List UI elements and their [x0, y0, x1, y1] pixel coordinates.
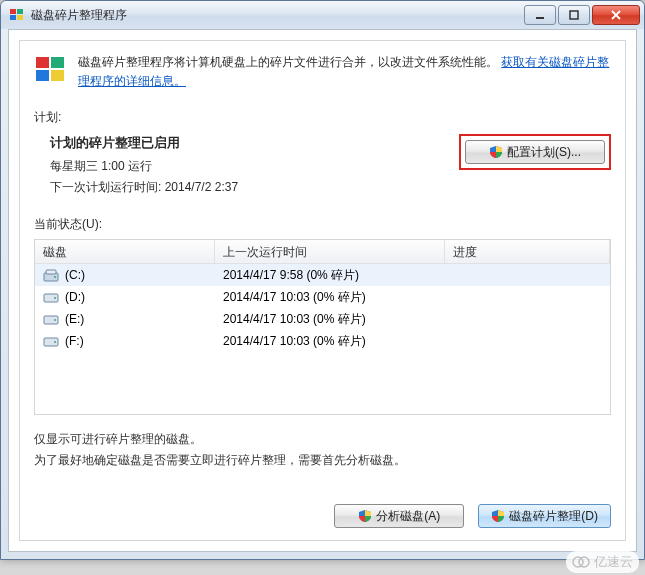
- config-highlight-box: 配置计划(S)...: [459, 134, 611, 170]
- defrag-icon: [34, 53, 68, 87]
- notes-section: 仅显示可进行碎片整理的磁盘。 为了最好地确定磁盘是否需要立即进行碎片整理，需要首…: [34, 429, 611, 470]
- window-controls: [522, 5, 640, 25]
- svg-point-18: [54, 341, 56, 343]
- schedule-status-title: 计划的碎片整理已启用: [50, 134, 459, 152]
- svg-rect-1: [17, 9, 23, 14]
- table-row[interactable]: (E:)2014/4/17 10:03 (0% 碎片): [35, 308, 610, 330]
- svg-rect-4: [536, 17, 544, 19]
- progress-cell: [445, 293, 610, 301]
- schedule-block: 计划的碎片整理已启用 每星期三 1:00 运行 下一次计划运行时间: 2014/…: [34, 134, 611, 200]
- table-body: (C:)2014/4/17 9:58 (0% 碎片)(D:)2014/4/17 …: [35, 264, 610, 352]
- col-header-disk[interactable]: 磁盘: [35, 240, 215, 263]
- analyze-disk-button[interactable]: 分析磁盘(A): [334, 504, 464, 528]
- client-area: 磁盘碎片整理程序将计算机硬盘上的碎片文件进行合并，以改进文件系统性能。 获取有关…: [8, 29, 637, 552]
- intro-section: 磁盘碎片整理程序将计算机硬盘上的碎片文件进行合并，以改进文件系统性能。 获取有关…: [34, 53, 611, 91]
- defragment-disk-button[interactable]: 磁盘碎片整理(D): [478, 504, 611, 528]
- footer-buttons: 分析磁盘(A) 磁盘碎片整理(D): [334, 504, 611, 528]
- svg-rect-2: [10, 15, 16, 20]
- shield-icon: [358, 509, 372, 523]
- schedule-next-run: 下一次计划运行时间: 2014/7/2 2:37: [50, 179, 459, 196]
- svg-rect-0: [10, 9, 16, 14]
- schedule-label: 计划:: [34, 109, 611, 126]
- drive-name: (C:): [65, 268, 85, 282]
- current-status-label: 当前状态(U):: [34, 216, 611, 233]
- schedule-frequency: 每星期三 1:00 运行: [50, 158, 459, 175]
- defragment-disk-label: 磁盘碎片整理(D): [509, 508, 598, 525]
- shield-icon: [491, 509, 505, 523]
- maximize-button[interactable]: [558, 5, 590, 25]
- table-row[interactable]: (D:)2014/4/17 10:03 (0% 碎片): [35, 286, 610, 308]
- svg-rect-3: [17, 15, 23, 20]
- watermark-text: 亿速云: [594, 553, 633, 571]
- drive-icon: [43, 292, 59, 304]
- drive-icon: [43, 314, 59, 326]
- window-frame: 磁盘碎片整理程序 磁盘碎片整理程序将计算机硬盘上的碎片文件进行合并，以改进文件系…: [0, 0, 645, 560]
- drive-name: (E:): [65, 312, 84, 326]
- drive-name: (F:): [65, 334, 84, 348]
- window-title: 磁盘碎片整理程序: [31, 7, 522, 24]
- svg-point-16: [54, 319, 56, 321]
- svg-rect-6: [36, 57, 49, 68]
- table-header-row: 磁盘 上一次运行时间 进度: [35, 240, 610, 264]
- svg-point-20: [579, 557, 589, 567]
- titlebar[interactable]: 磁盘碎片整理程序: [1, 1, 644, 29]
- progress-cell: [445, 337, 610, 345]
- svg-rect-11: [46, 270, 56, 274]
- shield-icon: [489, 145, 503, 159]
- configure-schedule-button[interactable]: 配置计划(S)...: [465, 140, 605, 164]
- svg-rect-8: [36, 70, 49, 81]
- close-button[interactable]: [592, 5, 640, 25]
- intro-description: 磁盘碎片整理程序将计算机硬盘上的碎片文件进行合并，以改进文件系统性能。: [78, 55, 498, 69]
- app-icon: [9, 7, 25, 23]
- col-header-last-run[interactable]: 上一次运行时间: [215, 240, 445, 263]
- drive-icon: [43, 269, 59, 283]
- table-row[interactable]: (C:)2014/4/17 9:58 (0% 碎片): [35, 264, 610, 286]
- last-run-cell: 2014/4/17 10:03 (0% 碎片): [215, 329, 445, 354]
- svg-rect-7: [51, 57, 64, 68]
- inner-panel: 磁盘碎片整理程序将计算机硬盘上的碎片文件进行合并，以改进文件系统性能。 获取有关…: [19, 40, 626, 541]
- note-line-1: 仅显示可进行碎片整理的磁盘。: [34, 429, 611, 449]
- svg-point-14: [54, 297, 56, 299]
- watermark: 亿速云: [566, 551, 639, 573]
- table-row[interactable]: (F:)2014/4/17 10:03 (0% 碎片): [35, 330, 610, 352]
- configure-schedule-label: 配置计划(S)...: [507, 144, 581, 161]
- progress-cell: [445, 315, 610, 323]
- svg-point-12: [54, 276, 56, 278]
- intro-text: 磁盘碎片整理程序将计算机硬盘上的碎片文件进行合并，以改进文件系统性能。 获取有关…: [78, 53, 611, 91]
- note-line-2: 为了最好地确定磁盘是否需要立即进行碎片整理，需要首先分析磁盘。: [34, 450, 611, 470]
- svg-rect-9: [51, 70, 64, 81]
- analyze-disk-label: 分析磁盘(A): [376, 508, 440, 525]
- minimize-button[interactable]: [524, 5, 556, 25]
- disk-table: 磁盘 上一次运行时间 进度 (C:)2014/4/17 9:58 (0% 碎片)…: [34, 239, 611, 415]
- drive-icon: [43, 336, 59, 348]
- watermark-logo-icon: [572, 556, 590, 568]
- svg-rect-5: [570, 11, 578, 19]
- drive-name: (D:): [65, 290, 85, 304]
- col-header-progress[interactable]: 进度: [445, 240, 610, 263]
- progress-cell: [445, 271, 610, 279]
